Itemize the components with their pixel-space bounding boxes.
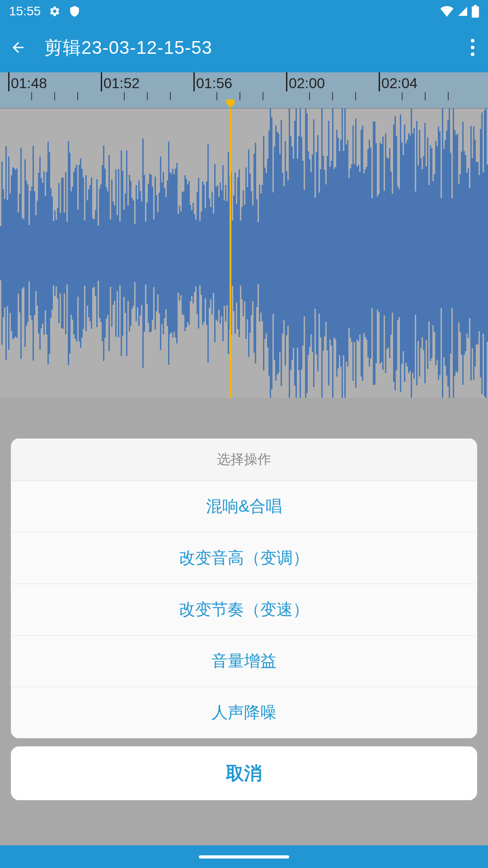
svg-rect-196 xyxy=(263,136,264,370)
svg-rect-259 xyxy=(348,178,350,328)
svg-rect-319 xyxy=(430,145,431,361)
svg-rect-219 xyxy=(294,121,296,386)
svg-rect-5 xyxy=(4,199,5,307)
svg-rect-26 xyxy=(33,146,34,361)
svg-rect-325 xyxy=(438,127,439,380)
svg-rect-29 xyxy=(37,201,38,306)
svg-rect-322 xyxy=(434,174,435,332)
svg-rect-252 xyxy=(339,151,340,355)
svg-rect-27 xyxy=(34,191,35,316)
cancel-button[interactable]: 取消 xyxy=(11,746,477,800)
action-option-3[interactable]: 音量增益 xyxy=(11,636,477,687)
action-option-0[interactable]: 混响&合唱 xyxy=(11,481,477,533)
svg-rect-93 xyxy=(123,209,125,297)
action-option-1[interactable]: 改变音高（变调） xyxy=(11,533,477,584)
svg-rect-359 xyxy=(484,110,485,396)
svg-rect-13 xyxy=(15,170,16,337)
action-option-4[interactable]: 人声降噪 xyxy=(11,687,477,738)
svg-rect-30 xyxy=(38,173,39,334)
svg-rect-170 xyxy=(228,152,229,354)
svg-rect-200 xyxy=(268,131,270,376)
svg-rect-107 xyxy=(142,138,144,368)
svg-rect-36 xyxy=(46,172,47,334)
page-title: 剪辑23-03-12-15-53 xyxy=(44,35,212,60)
svg-rect-3 xyxy=(1,161,3,344)
svg-rect-120 xyxy=(160,156,161,350)
svg-rect-47 xyxy=(61,178,62,328)
svg-rect-158 xyxy=(211,192,213,315)
svg-rect-251 xyxy=(338,138,339,368)
nav-handle-icon[interactable] xyxy=(199,855,289,859)
svg-rect-20 xyxy=(24,160,26,347)
svg-rect-355 xyxy=(479,175,480,331)
svg-rect-17 xyxy=(20,148,22,359)
ruler-tick: 01:56 xyxy=(193,72,195,108)
svg-rect-114 xyxy=(152,186,153,320)
svg-rect-234 xyxy=(314,198,316,309)
svg-rect-56 xyxy=(73,172,75,335)
svg-rect-312 xyxy=(420,158,422,348)
svg-rect-133 xyxy=(178,214,179,292)
svg-rect-246 xyxy=(331,160,332,345)
svg-rect-191 xyxy=(256,199,258,307)
svg-rect-129 xyxy=(172,169,174,337)
back-button[interactable] xyxy=(9,38,27,57)
svg-rect-99 xyxy=(131,198,133,309)
svg-rect-198 xyxy=(266,173,267,333)
svg-rect-164 xyxy=(220,183,221,324)
svg-rect-357 xyxy=(481,113,483,394)
svg-rect-293 xyxy=(394,116,396,390)
svg-rect-48 xyxy=(62,178,64,329)
svg-rect-60 xyxy=(79,165,80,342)
svg-rect-337 xyxy=(454,130,455,376)
svg-rect-316 xyxy=(426,166,427,340)
svg-rect-151 xyxy=(202,182,203,325)
svg-rect-161 xyxy=(216,187,217,320)
playhead-marker-icon[interactable] xyxy=(226,99,235,108)
status-bar: 15:55 xyxy=(0,0,488,23)
svg-rect-18 xyxy=(22,217,23,288)
svg-rect-260 xyxy=(350,169,351,338)
svg-rect-307 xyxy=(413,128,415,379)
svg-rect-250 xyxy=(336,130,338,377)
svg-rect-25 xyxy=(31,187,33,320)
svg-rect-152 xyxy=(203,184,205,321)
svg-rect-103 xyxy=(137,199,138,307)
svg-rect-148 xyxy=(198,178,199,329)
svg-rect-302 xyxy=(407,140,408,366)
ruler-tick-label: 02:00 xyxy=(289,75,325,92)
ruler-tick: 02:04 xyxy=(379,72,380,108)
svg-rect-131 xyxy=(175,169,176,338)
svg-rect-306 xyxy=(412,133,413,373)
svg-rect-59 xyxy=(77,210,79,297)
svg-rect-331 xyxy=(446,131,447,376)
status-time: 15:55 xyxy=(9,4,41,19)
svg-rect-168 xyxy=(225,185,226,321)
svg-rect-187 xyxy=(251,191,252,315)
svg-rect-1 xyxy=(472,6,479,18)
svg-rect-289 xyxy=(389,148,390,358)
svg-rect-63 xyxy=(83,177,84,329)
svg-rect-241 xyxy=(324,170,325,336)
svg-rect-97 xyxy=(129,175,130,332)
svg-rect-314 xyxy=(423,156,424,350)
action-option-2[interactable]: 改变节奏（变速） xyxy=(11,584,477,636)
svg-rect-45 xyxy=(58,183,60,323)
svg-rect-354 xyxy=(477,162,479,344)
more-menu-button[interactable] xyxy=(466,34,479,61)
time-ruler[interactable]: 01:4801:5201:5602:0002:04 xyxy=(0,72,488,108)
svg-rect-125 xyxy=(167,180,168,326)
svg-rect-73 xyxy=(96,179,98,327)
svg-rect-297 xyxy=(400,114,401,392)
svg-rect-227 xyxy=(305,108,306,398)
svg-rect-305 xyxy=(411,108,412,398)
ruler-tick-label: 01:56 xyxy=(196,75,232,92)
waveform-display[interactable] xyxy=(0,108,488,398)
battery-icon xyxy=(472,5,479,18)
svg-rect-295 xyxy=(397,186,399,320)
svg-rect-193 xyxy=(259,184,260,321)
playhead-line xyxy=(230,108,231,398)
status-icons-right xyxy=(440,5,479,18)
svg-rect-277 xyxy=(373,122,374,385)
svg-rect-343 xyxy=(462,122,464,385)
